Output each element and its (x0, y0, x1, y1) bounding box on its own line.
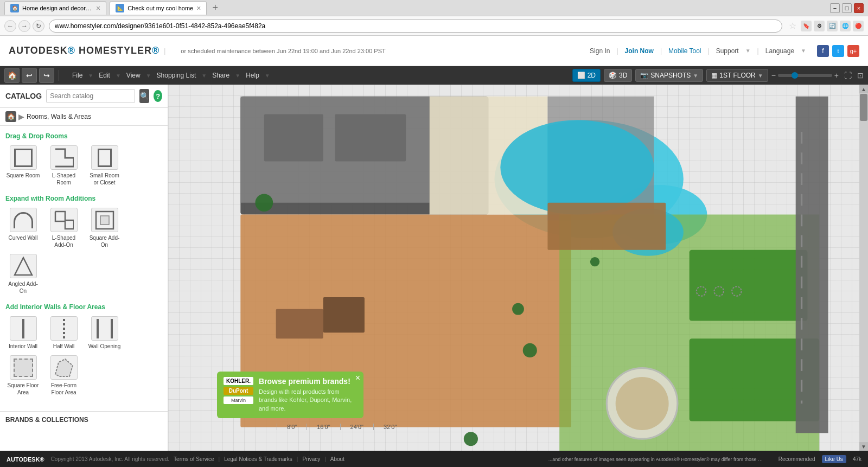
shopping-list-menu[interactable]: Shopping List (152, 69, 201, 81)
footer-privacy-link[interactable]: Privacy (302, 456, 320, 462)
svg-point-24 (512, 303, 524, 315)
edit-menu[interactable]: Edit (94, 69, 114, 81)
footer-legal-link[interactable]: Legal Notices & Trademarks (224, 456, 292, 462)
svg-rect-15 (264, 114, 323, 161)
view-2d-button[interactable]: ⬜ 2D (572, 69, 601, 82)
kohler-ad-close-button[interactable]: × (355, 374, 360, 382)
l-shaped-addon-item[interactable]: L-Shaped Add-On (46, 208, 81, 248)
half-wall-item[interactable]: Half Wall (46, 316, 81, 350)
toolbar-separator-1 (59, 70, 59, 81)
angled-addon-item[interactable]: Angled Add-On (5, 254, 41, 295)
ext-icon-5[interactable]: 🔴 (853, 21, 864, 31)
breadcrumb-separator: ▶ (18, 112, 24, 121)
zoom-minus-button[interactable]: − (771, 71, 776, 80)
l-shaped-room-shape (54, 148, 74, 168)
svg-point-22 (256, 194, 273, 212)
expand-button[interactable]: ⊡ (857, 71, 864, 80)
scroll-down-button[interactable]: ▼ (859, 442, 868, 451)
file-menu[interactable]: File (68, 69, 87, 81)
join-now-link[interactable]: Join Now (625, 47, 654, 55)
right-scrollbar[interactable]: ▲ ▼ (859, 85, 868, 451)
svg-point-23 (464, 432, 478, 446)
scroll-track[interactable] (859, 93, 868, 442)
ext-icon-3[interactable]: 🔄 (827, 21, 838, 31)
interior-wall-item[interactable]: Interior Wall (5, 316, 41, 350)
square-room-item[interactable]: Square Room (5, 145, 41, 186)
undo-button[interactable]: ↩ (22, 68, 37, 83)
view-3d-button[interactable]: 🎲 3D (604, 69, 632, 82)
tab1-close[interactable]: × (96, 4, 100, 12)
footer-about-link[interactable]: About (330, 456, 344, 462)
maximize-button[interactable]: □ (842, 3, 852, 13)
ext-icon-4[interactable]: 🌐 (840, 21, 851, 31)
square-floor-area-item[interactable]: Square Floor Area (5, 355, 41, 396)
fullscreen-button[interactable]: ⛶ (844, 71, 852, 80)
catalog-search-input[interactable] (46, 89, 135, 103)
ext-icon-1[interactable]: 🔖 (801, 21, 812, 31)
snapshots-button[interactable]: 📷 SNAPSHOTS ▼ (635, 69, 703, 82)
curved-wall-item[interactable]: Curved Wall (5, 208, 41, 248)
tab2-close[interactable]: × (196, 4, 201, 12)
square-addon-shape (95, 210, 114, 230)
ruler-mark-4: 32'0" (373, 424, 406, 430)
floor-selector[interactable]: ▦ 1ST FLOOR ▼ (706, 69, 768, 82)
l-shaped-room-item[interactable]: L-Shaped Room (46, 145, 81, 186)
app-toolbar: 🏠 ↩ ↪ File ▼ Edit ▼ View ▼ Shopping List… (0, 66, 868, 85)
new-tab-button[interactable]: + (212, 2, 218, 14)
browser-tab-1[interactable]: 🏠 Home design and decora... × (4, 1, 106, 15)
help-button[interactable]: ? (154, 90, 162, 102)
facebook-icon[interactable]: f (817, 45, 829, 57)
twitter-icon[interactable]: t (832, 45, 844, 57)
close-button[interactable]: × (854, 3, 864, 13)
like-us-button[interactable]: Like Us (822, 455, 846, 463)
l-shaped-room-icon (50, 145, 78, 170)
refresh-button[interactable]: ↻ (33, 20, 44, 32)
wall-opening-item[interactable]: Wall Opening (87, 316, 122, 350)
ext-icon-2[interactable]: ⚙ (814, 21, 825, 31)
kohler-description: Design with real products from brands li… (259, 388, 357, 413)
support-link[interactable]: Support (716, 47, 739, 55)
square-room-shape (14, 149, 33, 167)
nav-buttons: ← → ↻ (4, 20, 44, 32)
svg-rect-14 (796, 97, 828, 433)
freeform-floor-area-item[interactable]: Free-Form Floor Area (46, 355, 81, 396)
canvas-area[interactable]: 8'0" 16'0" 24'0" 32'0" ▲ ▼ × KOHLER. DuP… (168, 85, 868, 451)
angled-addon-label: Angled Add-On (5, 280, 41, 295)
canvas-background: 8'0" 16'0" 24'0" 32'0" ▲ ▼ × KOHLER. DuP… (168, 85, 868, 451)
googleplus-icon[interactable]: g+ (847, 45, 859, 57)
square-addon-item[interactable]: Square Add-On (87, 208, 122, 248)
language-link[interactable]: Language (765, 47, 794, 55)
forward-button[interactable]: → (18, 20, 30, 32)
small-room-closet-item[interactable]: Small Room or Closet (87, 145, 122, 186)
footer-terms-link[interactable]: Terms of Service (174, 456, 214, 462)
zoom-slider-thumb[interactable] (792, 72, 798, 79)
breadcrumb-home-button[interactable]: 🏠 (5, 111, 16, 122)
freeform-floor-shape (54, 358, 74, 378)
minimize-button[interactable]: − (830, 3, 840, 13)
scroll-thumb[interactable] (860, 94, 867, 121)
zoom-slider[interactable] (778, 74, 832, 77)
zoom-plus-button[interactable]: + (834, 71, 839, 80)
sign-in-link[interactable]: Sign In (590, 47, 610, 55)
share-menu[interactable]: Share (208, 69, 234, 81)
redo-button[interactable]: ↪ (39, 68, 54, 83)
footer-count: 47k (853, 456, 861, 462)
help-menu[interactable]: Help (241, 69, 264, 81)
browser-tab-2[interactable]: 📐 Check out my cool home × (110, 1, 207, 15)
url-bar[interactable] (49, 20, 782, 33)
language-dropdown-icon: ▼ (801, 48, 806, 54)
wall-opening-label: Wall Opening (88, 343, 121, 350)
mobile-tool-link[interactable]: Mobile Tool (668, 47, 701, 55)
scroll-up-button[interactable]: ▲ (859, 85, 868, 93)
l-shaped-room-label: L-Shaped Room (46, 172, 81, 186)
home-tool-button[interactable]: 🏠 (4, 68, 20, 83)
kohler-headline: Browse premium brands! (259, 377, 357, 386)
back-button[interactable]: ← (4, 20, 16, 32)
catalog-search-button[interactable]: 🔍 (139, 89, 149, 103)
view-menu[interactable]: View (122, 69, 145, 81)
tab2-title: Check out my cool home (127, 5, 193, 11)
social-icons: f t g+ (817, 45, 859, 57)
curved-wall-icon (10, 208, 37, 232)
wall-opening-icon (91, 316, 118, 341)
bookmark-star[interactable]: ☆ (789, 21, 796, 31)
